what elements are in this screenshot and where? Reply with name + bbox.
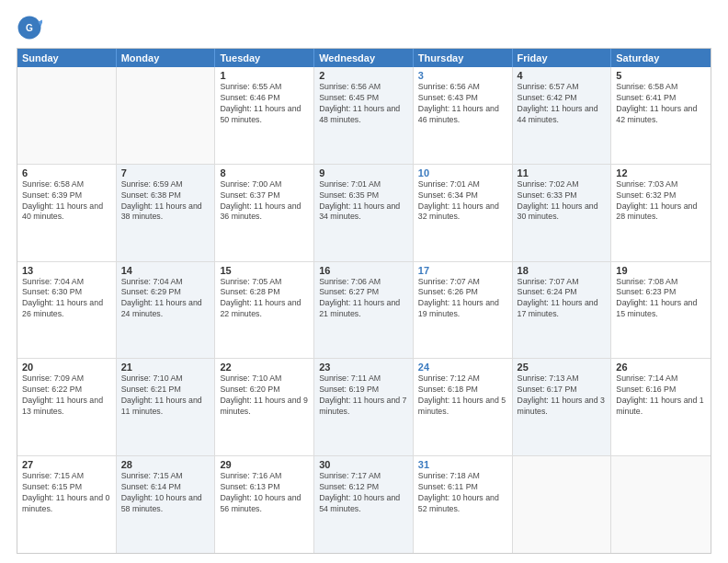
day-number: 29 xyxy=(220,459,309,470)
cal-cell xyxy=(17,67,117,164)
cell-detail: Sunrise: 7:17 AM Sunset: 6:12 PM Dayligh… xyxy=(319,471,408,515)
cell-detail: Sunrise: 6:58 AM Sunset: 6:41 PM Dayligh… xyxy=(616,82,706,126)
cell-detail: Sunrise: 7:15 AM Sunset: 6:14 PM Dayligh… xyxy=(121,471,210,515)
cal-row-0: 1Sunrise: 6:55 AM Sunset: 6:46 PM Daylig… xyxy=(17,67,711,164)
logo: G xyxy=(17,15,46,40)
cal-cell: 28Sunrise: 7:15 AM Sunset: 6:14 PM Dayli… xyxy=(117,456,216,553)
cal-cell: 30Sunrise: 7:17 AM Sunset: 6:12 PM Dayli… xyxy=(314,456,414,553)
cell-detail: Sunrise: 6:58 AM Sunset: 6:39 PM Dayligh… xyxy=(22,179,111,224)
cal-row-4: 27Sunrise: 7:15 AM Sunset: 6:15 PM Dayli… xyxy=(17,455,711,553)
day-number: 18 xyxy=(518,265,607,276)
header: G xyxy=(17,15,711,40)
day-number: 17 xyxy=(418,265,507,276)
cal-row-2: 13Sunrise: 7:04 AM Sunset: 6:30 PM Dayli… xyxy=(17,261,711,359)
cell-detail: Sunrise: 7:00 AM Sunset: 6:37 PM Dayligh… xyxy=(220,179,309,224)
cal-cell: 4Sunrise: 6:57 AM Sunset: 6:42 PM Daylig… xyxy=(513,67,612,164)
cal-cell: 25Sunrise: 7:13 AM Sunset: 6:17 PM Dayli… xyxy=(513,359,612,455)
cal-cell xyxy=(611,456,711,553)
cal-cell xyxy=(117,67,216,164)
cal-cell: 22Sunrise: 7:10 AM Sunset: 6:20 PM Dayli… xyxy=(215,359,314,455)
cal-cell: 1Sunrise: 6:55 AM Sunset: 6:46 PM Daylig… xyxy=(215,67,314,164)
header-day-thursday: Thursday xyxy=(414,49,513,67)
cell-detail: Sunrise: 7:09 AM Sunset: 6:22 PM Dayligh… xyxy=(22,373,111,418)
calendar-header: SundayMondayTuesdayWednesdayThursdayFrid… xyxy=(17,49,711,67)
calendar: SundayMondayTuesdayWednesdayThursdayFrid… xyxy=(17,48,711,554)
cell-detail: Sunrise: 6:57 AM Sunset: 6:42 PM Dayligh… xyxy=(518,82,607,126)
cell-detail: Sunrise: 6:56 AM Sunset: 6:43 PM Dayligh… xyxy=(418,82,507,126)
cal-cell: 13Sunrise: 7:04 AM Sunset: 6:30 PM Dayli… xyxy=(17,262,117,359)
cell-detail: Sunrise: 7:10 AM Sunset: 6:20 PM Dayligh… xyxy=(220,373,309,418)
header-day-wednesday: Wednesday xyxy=(314,49,414,67)
cell-detail: Sunrise: 7:18 AM Sunset: 6:11 PM Dayligh… xyxy=(418,471,507,515)
day-number: 16 xyxy=(319,265,408,276)
cal-cell: 6Sunrise: 6:58 AM Sunset: 6:39 PM Daylig… xyxy=(17,165,117,261)
cell-detail: Sunrise: 7:02 AM Sunset: 6:33 PM Dayligh… xyxy=(518,179,607,224)
header-day-saturday: Saturday xyxy=(611,49,711,67)
cell-detail: Sunrise: 7:08 AM Sunset: 6:23 PM Dayligh… xyxy=(616,277,706,321)
day-number: 9 xyxy=(319,167,408,178)
day-number: 15 xyxy=(220,265,309,276)
day-number: 26 xyxy=(616,362,706,373)
cal-cell: 16Sunrise: 7:06 AM Sunset: 6:27 PM Dayli… xyxy=(314,262,414,359)
day-number: 2 xyxy=(319,70,408,81)
cal-cell: 14Sunrise: 7:04 AM Sunset: 6:29 PM Dayli… xyxy=(117,262,216,359)
header-day-tuesday: Tuesday xyxy=(215,49,314,67)
cell-detail: Sunrise: 7:15 AM Sunset: 6:15 PM Dayligh… xyxy=(22,471,111,515)
cell-detail: Sunrise: 7:03 AM Sunset: 6:32 PM Dayligh… xyxy=(616,179,706,224)
day-number: 24 xyxy=(418,362,507,373)
day-number: 11 xyxy=(518,167,607,178)
day-number: 13 xyxy=(22,265,111,276)
day-number: 3 xyxy=(418,70,507,81)
cal-cell: 2Sunrise: 6:56 AM Sunset: 6:45 PM Daylig… xyxy=(314,67,414,164)
cal-cell: 3Sunrise: 6:56 AM Sunset: 6:43 PM Daylig… xyxy=(414,67,513,164)
cal-cell: 31Sunrise: 7:18 AM Sunset: 6:11 PM Dayli… xyxy=(414,456,513,553)
cell-detail: Sunrise: 7:05 AM Sunset: 6:28 PM Dayligh… xyxy=(220,277,309,321)
cell-detail: Sunrise: 6:59 AM Sunset: 6:38 PM Dayligh… xyxy=(121,179,210,224)
day-number: 23 xyxy=(319,362,408,373)
cal-cell xyxy=(513,456,612,553)
cal-cell: 21Sunrise: 7:10 AM Sunset: 6:21 PM Dayli… xyxy=(117,359,216,455)
cell-detail: Sunrise: 7:12 AM Sunset: 6:18 PM Dayligh… xyxy=(418,373,507,418)
cell-detail: Sunrise: 7:13 AM Sunset: 6:17 PM Dayligh… xyxy=(518,373,607,418)
cell-detail: Sunrise: 7:01 AM Sunset: 6:34 PM Dayligh… xyxy=(418,179,507,224)
svg-text:G: G xyxy=(26,23,33,33)
cell-detail: Sunrise: 6:55 AM Sunset: 6:46 PM Dayligh… xyxy=(220,82,309,126)
day-number: 4 xyxy=(518,70,607,81)
cell-detail: Sunrise: 7:11 AM Sunset: 6:19 PM Dayligh… xyxy=(319,373,408,418)
day-number: 22 xyxy=(220,362,309,373)
day-number: 8 xyxy=(220,167,309,178)
day-number: 25 xyxy=(518,362,607,373)
day-number: 30 xyxy=(319,459,408,470)
header-day-sunday: Sunday xyxy=(17,49,117,67)
day-number: 5 xyxy=(616,70,706,81)
day-number: 27 xyxy=(22,459,111,470)
cal-row-1: 6Sunrise: 6:58 AM Sunset: 6:39 PM Daylig… xyxy=(17,164,711,261)
day-number: 1 xyxy=(220,70,309,81)
cal-cell: 15Sunrise: 7:05 AM Sunset: 6:28 PM Dayli… xyxy=(215,262,314,359)
cal-cell: 8Sunrise: 7:00 AM Sunset: 6:37 PM Daylig… xyxy=(215,165,314,261)
day-number: 21 xyxy=(121,362,210,373)
cal-cell: 10Sunrise: 7:01 AM Sunset: 6:34 PM Dayli… xyxy=(414,165,513,261)
day-number: 19 xyxy=(616,265,706,276)
cal-cell: 7Sunrise: 6:59 AM Sunset: 6:38 PM Daylig… xyxy=(117,165,216,261)
cal-cell: 17Sunrise: 7:07 AM Sunset: 6:26 PM Dayli… xyxy=(414,262,513,359)
cal-cell: 23Sunrise: 7:11 AM Sunset: 6:19 PM Dayli… xyxy=(314,359,414,455)
day-number: 14 xyxy=(121,265,210,276)
cal-cell: 27Sunrise: 7:15 AM Sunset: 6:15 PM Dayli… xyxy=(17,456,117,553)
day-number: 7 xyxy=(121,167,210,178)
cal-cell: 12Sunrise: 7:03 AM Sunset: 6:32 PM Dayli… xyxy=(611,165,711,261)
day-number: 6 xyxy=(22,167,111,178)
cal-cell: 18Sunrise: 7:07 AM Sunset: 6:24 PM Dayli… xyxy=(513,262,612,359)
page: G SundayMondayTuesdayWednesdayThursdayFr… xyxy=(0,0,728,563)
day-number: 31 xyxy=(418,459,507,470)
day-number: 10 xyxy=(418,167,507,178)
calendar-body: 1Sunrise: 6:55 AM Sunset: 6:46 PM Daylig… xyxy=(17,67,711,553)
cal-cell: 19Sunrise: 7:08 AM Sunset: 6:23 PM Dayli… xyxy=(611,262,711,359)
cell-detail: Sunrise: 7:04 AM Sunset: 6:30 PM Dayligh… xyxy=(22,277,111,321)
cal-cell: 29Sunrise: 7:16 AM Sunset: 6:13 PM Dayli… xyxy=(215,456,314,553)
cell-detail: Sunrise: 7:14 AM Sunset: 6:16 PM Dayligh… xyxy=(616,373,706,418)
logo-icon: G xyxy=(17,15,42,40)
cell-detail: Sunrise: 7:07 AM Sunset: 6:24 PM Dayligh… xyxy=(518,277,607,321)
cal-cell: 9Sunrise: 7:01 AM Sunset: 6:35 PM Daylig… xyxy=(314,165,414,261)
cell-detail: Sunrise: 7:07 AM Sunset: 6:26 PM Dayligh… xyxy=(418,277,507,321)
